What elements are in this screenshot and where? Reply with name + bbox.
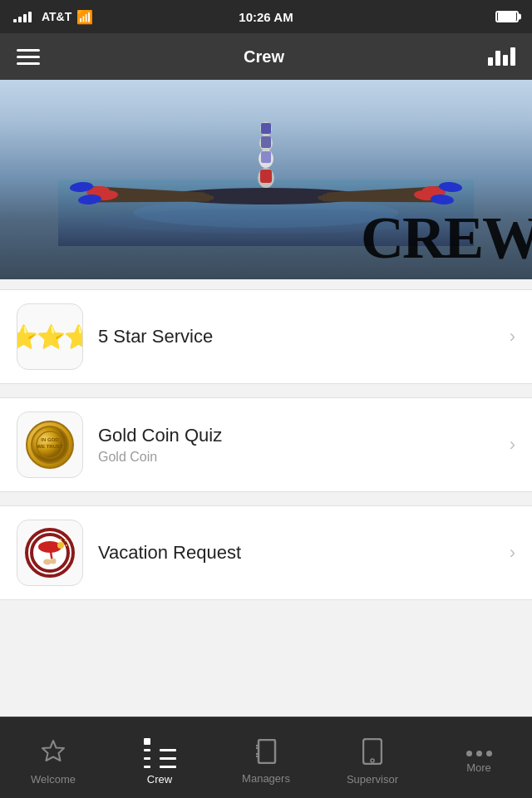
battery-icon — [495, 11, 519, 22]
five-star-icon-wrap: ⭐⭐⭐ — [17, 303, 83, 370]
svg-point-37 — [57, 542, 64, 549]
list-item-vacation[interactable]: Vacation Request › — [0, 505, 532, 600]
vacation-icon-wrap — [17, 520, 83, 586]
tab-more-label: More — [466, 761, 491, 774]
svg-rect-13 — [260, 170, 272, 183]
gold-coin-icon-wrap: IN GOD WE TRUST — [17, 411, 83, 478]
signal-icon — [13, 12, 32, 22]
vacation-title: Vacation Request — [98, 542, 503, 564]
status-bar: AT&T 📶 10:26 AM — [0, 0, 532, 33]
tab-welcome[interactable]: Welcome — [0, 731, 106, 786]
gold-coin-icon: IN GOD WE TRUST — [26, 421, 74, 469]
tablet-icon — [362, 738, 382, 768]
status-right — [495, 11, 519, 22]
list-item-gold-coin[interactable]: IN GOD WE TRUST Gold Coin Quiz Gold Coin… — [0, 397, 532, 492]
star-icon — [42, 739, 65, 768]
chevron-icon: › — [510, 434, 515, 456]
svg-marker-41 — [42, 741, 64, 761]
tab-crew[interactable]: Crew — [106, 730, 213, 786]
list-icon — [144, 738, 176, 768]
svg-line-39 — [65, 539, 66, 541]
carrier-label: AT&T — [42, 10, 71, 23]
tab-more[interactable]: More — [426, 742, 532, 774]
status-time: 10:26 AM — [239, 10, 293, 24]
status-left: AT&T 📶 — [13, 9, 96, 25]
wifi-icon: 📶 — [76, 9, 93, 25]
vacation-text: Vacation Request — [98, 542, 503, 564]
list-item-five-star[interactable]: ⭐⭐⭐ 5 Star Service › — [0, 289, 532, 384]
gold-coin-text: Gold Coin Quiz Gold Coin — [98, 425, 503, 465]
stats-button[interactable] — [488, 47, 515, 66]
hero-image: CREW — [0, 80, 532, 279]
tab-supervisor-label: Supervisor — [347, 773, 398, 786]
svg-point-36 — [51, 559, 57, 564]
five-star-title: 5 Star Service — [98, 326, 503, 347]
tab-managers-label: Managers — [242, 772, 290, 785]
gold-coin-title: Gold Coin Quiz — [98, 425, 503, 446]
nav-title: Crew — [244, 47, 284, 66]
svg-text:WE TRUST: WE TRUST — [37, 444, 63, 449]
five-star-text: 5 Star Service — [98, 326, 503, 347]
svg-point-35 — [43, 559, 52, 565]
more-icon — [466, 751, 492, 756]
notebook-icon — [254, 739, 278, 767]
svg-point-48 — [371, 759, 374, 762]
tab-crew-label: Crew — [147, 773, 172, 786]
tab-managers[interactable]: Managers — [213, 731, 319, 785]
list-section: ⭐⭐⭐ 5 Star Service › — [0, 279, 532, 611]
tab-supervisor[interactable]: Supervisor — [319, 730, 426, 786]
chevron-icon: › — [510, 326, 515, 347]
tab-welcome-label: Welcome — [31, 773, 76, 786]
stars-icon: ⭐⭐⭐ — [17, 323, 83, 351]
tab-bar: Welcome Crew — [0, 717, 532, 798]
svg-rect-17 — [261, 136, 271, 148]
svg-rect-15 — [261, 151, 271, 163]
vacation-icon — [25, 528, 75, 578]
svg-rect-42 — [259, 740, 275, 763]
nav-bar: Crew — [0, 33, 532, 80]
svg-text:IN GOD: IN GOD — [41, 437, 59, 442]
svg-rect-19 — [261, 123, 271, 134]
chevron-icon: › — [510, 542, 515, 564]
crew-watermark: CREW — [361, 204, 532, 273]
menu-button[interactable] — [17, 49, 40, 65]
svg-rect-47 — [363, 739, 382, 764]
gold-coin-subtitle: Gold Coin — [98, 450, 503, 465]
